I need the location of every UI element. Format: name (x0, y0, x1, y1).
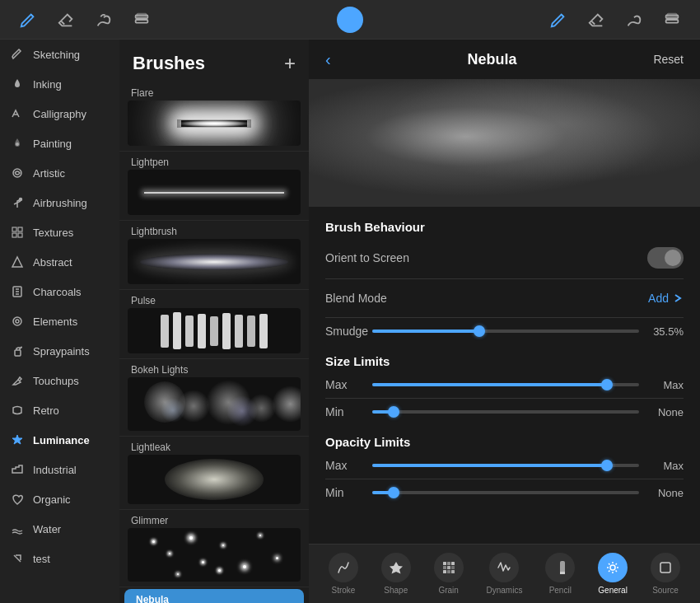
painting-label: Painting (33, 138, 72, 150)
opacity-max-slider[interactable] (372, 464, 639, 467)
brush-item-flare[interactable]: Flare (119, 82, 309, 152)
sidebar-item-luminance[interactable]: Luminance (0, 425, 119, 455)
brush-bokeh-preview (128, 377, 301, 431)
size-max-thumb (601, 379, 613, 390)
size-min-value: None (649, 406, 684, 418)
brush-list: Flare Lightpen Lightbrush (119, 82, 309, 603)
sketching-icon (10, 47, 25, 62)
smudge-tool-icon[interactable] (92, 8, 115, 31)
smudge-slider[interactable] (372, 330, 639, 333)
opacity-max-fill (372, 464, 607, 467)
svg-point-12 (20, 199, 22, 201)
back-button[interactable]: ‹ (325, 50, 331, 69)
brush-pulse-preview (128, 308, 301, 353)
brush-item-bokeh-lights[interactable]: Bokeh Lights (119, 359, 309, 437)
sidebar-item-charcoals[interactable]: Charcoals (0, 277, 119, 306)
stroke-tab-label: Stroke (331, 586, 355, 595)
pen-tool-right-icon[interactable] (547, 8, 570, 31)
tab-grain[interactable]: Grain (424, 549, 474, 598)
opacity-min-slider[interactable] (372, 491, 639, 494)
blend-mode-value[interactable]: Add (648, 292, 684, 305)
tab-source[interactable]: Source (641, 549, 690, 598)
svg-rect-30 (447, 562, 450, 565)
inking-icon (10, 77, 25, 91)
smudge-value: 35.5% (649, 325, 684, 338)
sidebar-item-painting[interactable]: Painting (0, 129, 119, 158)
svg-point-22 (13, 317, 21, 325)
tab-pencil[interactable]: Pencil (535, 549, 585, 598)
retro-label: Retro (33, 404, 59, 417)
brush-item-lightpen[interactable]: Lightpen (119, 152, 309, 221)
brushes-title: Brushes (133, 53, 205, 74)
svg-rect-8 (666, 20, 679, 23)
tab-stroke[interactable]: Stroke (319, 549, 368, 598)
brush-lightbrush-preview (128, 239, 301, 284)
eraser-tool-right-icon[interactable] (585, 8, 608, 31)
industrial-label: Industrial (33, 464, 77, 476)
smudge-thumb (474, 325, 485, 337)
sidebar-item-airbrushing[interactable]: Airbrushing (0, 188, 119, 217)
sidebar-item-spraypaints[interactable]: Spraypaints (0, 336, 119, 366)
dynamics-tab-icon (489, 553, 519, 582)
brush-item-pulse[interactable]: Pulse (119, 290, 309, 359)
layers-tool-right-icon[interactable] (660, 8, 684, 31)
add-brush-button[interactable]: + (284, 54, 296, 73)
sidebar-item-textures[interactable]: Textures (0, 217, 119, 247)
orient-toggle[interactable] (647, 247, 684, 269)
sidebar-item-sketching[interactable]: Sketching (0, 40, 119, 69)
color-picker[interactable] (337, 7, 363, 33)
sidebar-item-calligraphy[interactable]: Calligraphy (0, 99, 119, 129)
sidebar-item-artistic[interactable]: Artistic (0, 158, 119, 188)
sidebar-item-touchups[interactable]: Touchups (0, 366, 119, 395)
sidebar-item-inking[interactable]: Inking (0, 69, 119, 99)
pencil-tab-label: Pencil (549, 586, 572, 595)
pen-tool-icon[interactable] (16, 8, 40, 31)
tab-shape[interactable]: Shape (371, 549, 421, 598)
svg-rect-14 (18, 227, 22, 231)
reset-button[interactable]: Reset (653, 53, 684, 66)
opacity-max-thumb (601, 460, 613, 471)
pencil-tab-icon (545, 553, 575, 582)
sidebar-item-organic[interactable]: Organic (0, 484, 119, 514)
svg-rect-34 (451, 566, 455, 569)
brush-list-panel: Brushes + Flare Lightpen Lightbrush (119, 40, 309, 603)
sidebar-item-water[interactable]: Water (0, 514, 119, 544)
sidebar-item-abstract[interactable]: Abstract (0, 247, 119, 277)
charcoals-icon (10, 284, 25, 299)
blend-mode-row[interactable]: Blend Mode Add (325, 283, 684, 314)
airbrushing-label: Airbrushing (33, 197, 87, 209)
eraser-tool-icon[interactable] (54, 8, 77, 31)
size-max-slider[interactable] (372, 383, 639, 386)
source-tab-label: Source (652, 586, 679, 595)
grain-tab-label: Grain (438, 586, 458, 595)
layers-tool-icon[interactable] (130, 8, 153, 31)
smudge-tool-right-icon[interactable] (623, 8, 646, 31)
svg-rect-37 (451, 570, 455, 573)
organic-icon (10, 492, 25, 507)
svg-rect-16 (18, 233, 22, 237)
tab-dynamics[interactable]: Dynamics (477, 549, 533, 598)
brush-pulse-label: Pulse (128, 295, 301, 306)
tab-general[interactable]: General (588, 549, 637, 598)
brush-item-nebula[interactable]: Nebula (124, 589, 304, 603)
sidebar-item-elements[interactable]: Elements (0, 306, 119, 336)
svg-rect-32 (443, 566, 446, 569)
svg-point-25 (21, 347, 22, 348)
brush-behaviour-title: Brush Behaviour (325, 207, 684, 241)
brush-flare-label: Flare (128, 87, 301, 99)
divider-1 (325, 278, 684, 279)
shape-tab-icon (381, 553, 411, 582)
smudge-label: Smudge (325, 325, 362, 338)
svg-marker-28 (390, 562, 403, 574)
size-min-slider[interactable] (372, 410, 639, 414)
brush-item-lightleak[interactable]: Lightleak (119, 437, 309, 510)
sidebar-item-industrial[interactable]: Industrial (0, 455, 119, 484)
sidebar-item-retro[interactable]: Retro (0, 395, 119, 425)
categories-sidebar: Sketching Inking Calligraphy (0, 40, 119, 603)
brush-item-glimmer[interactable]: Glimmer (119, 510, 309, 587)
svg-point-10 (16, 143, 19, 146)
opacity-min-row: Min None (325, 483, 684, 502)
brush-item-lightbrush[interactable]: Lightbrush (119, 221, 309, 290)
elements-label: Elements (33, 316, 77, 328)
sidebar-item-test[interactable]: test (0, 544, 119, 573)
